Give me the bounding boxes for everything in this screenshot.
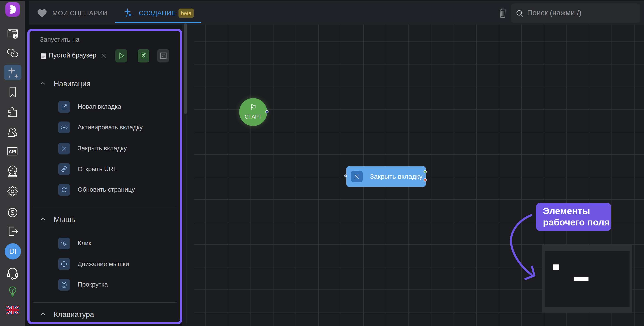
svg-text:API: API <box>8 149 16 154</box>
